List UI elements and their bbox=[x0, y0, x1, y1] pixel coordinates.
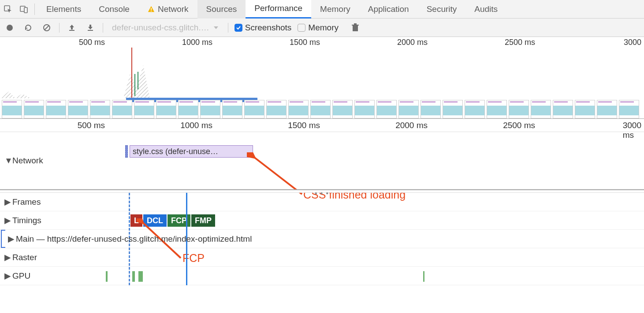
tab-application[interactable]: Application bbox=[359, 0, 418, 18]
filmstrip-thumb[interactable] bbox=[310, 100, 331, 118]
tab-console[interactable]: Console bbox=[90, 0, 138, 18]
tab-elements[interactable]: Elements bbox=[37, 0, 90, 18]
filmstrip-thumb[interactable] bbox=[156, 100, 176, 118]
chevron-down-icon[interactable]: ▼ bbox=[4, 156, 10, 166]
filmstrip[interactable] bbox=[2, 100, 644, 118]
chevron-right-icon[interactable]: ▶ bbox=[8, 234, 13, 244]
detail-ruler: 500 ms 1000 ms 1500 ms 2000 ms 2500 ms 3… bbox=[0, 119, 644, 132]
trash-icon[interactable] bbox=[349, 22, 361, 34]
row-timings[interactable]: ▶ Timings L DCL FCP FMP bbox=[0, 211, 644, 230]
filmstrip-thumb[interactable] bbox=[266, 100, 287, 118]
filmstrip-thumb[interactable] bbox=[68, 100, 88, 118]
filmstrip-thumb[interactable] bbox=[531, 100, 551, 118]
tab-separator bbox=[34, 4, 35, 15]
filmstrip-thumb[interactable] bbox=[178, 100, 198, 118]
chevron-right-icon[interactable]: ▶ bbox=[4, 215, 10, 225]
svg-rect-10 bbox=[353, 26, 358, 31]
tab-security[interactable]: Security bbox=[418, 0, 466, 18]
filmstrip-thumb[interactable] bbox=[376, 100, 397, 118]
svg-rect-12 bbox=[354, 23, 357, 25]
row-timings-label: Timings bbox=[12, 216, 41, 225]
filmstrip-thumb[interactable] bbox=[134, 100, 154, 118]
row-gpu[interactable]: ▶ GPU bbox=[0, 267, 644, 285]
tab-performance[interactable]: Performance bbox=[246, 0, 311, 18]
memory-label: Memory bbox=[308, 23, 339, 33]
timing-badge-dcl[interactable]: DCL bbox=[143, 214, 167, 227]
filmstrip-thumb[interactable] bbox=[2, 100, 22, 118]
timing-badge-fmp[interactable]: FMP bbox=[191, 214, 215, 227]
overview-timeline[interactable]: 500 ms 1000 ms 1500 ms 2000 ms 2500 ms 3… bbox=[0, 37, 644, 119]
download-icon[interactable] bbox=[84, 22, 97, 34]
filmstrip-thumb[interactable] bbox=[244, 100, 264, 118]
filmstrip-thumb[interactable] bbox=[112, 100, 132, 118]
filmstrip-thumb[interactable] bbox=[24, 100, 44, 118]
detail-tick: 1000 ms bbox=[180, 121, 215, 130]
overview-tick: 2500 ms bbox=[505, 38, 538, 47]
filmstrip-thumb[interactable] bbox=[597, 100, 617, 118]
filmstrip-thumb[interactable] bbox=[288, 100, 309, 118]
filmstrip-thumb[interactable] bbox=[465, 100, 485, 118]
clear-icon[interactable] bbox=[41, 22, 53, 34]
overview-marker-red bbox=[131, 48, 132, 100]
checkbox-checked-icon bbox=[235, 24, 242, 32]
filmstrip-thumb[interactable] bbox=[421, 100, 441, 118]
overview-tick: 2000 ms bbox=[397, 38, 430, 47]
recording-dropdown[interactable]: defer-unused-css.glitch.… bbox=[109, 23, 222, 33]
reload-icon[interactable] bbox=[22, 22, 34, 34]
filmstrip-thumb[interactable] bbox=[222, 100, 242, 118]
flame-chart[interactable]: ▶ Frames ▶ Timings L DCL FCP FMP ▶ Main … bbox=[0, 193, 644, 285]
row-frames[interactable]: ▶ Frames bbox=[0, 193, 644, 211]
device-toggle-icon[interactable] bbox=[16, 0, 32, 18]
row-raster[interactable]: ▶ Raster bbox=[0, 248, 644, 267]
upload-icon[interactable] bbox=[66, 22, 78, 34]
timing-badge-load[interactable]: L bbox=[130, 214, 142, 227]
svg-rect-3 bbox=[151, 8, 152, 10]
network-request-bar[interactable]: style.css (defer-unuse… bbox=[130, 145, 253, 158]
filmstrip-thumb[interactable] bbox=[619, 100, 639, 118]
overview-tick: 1500 ms bbox=[290, 38, 323, 47]
tab-network[interactable]: Network bbox=[138, 0, 197, 18]
filmstrip-thumb[interactable] bbox=[509, 100, 529, 118]
filmstrip-thumb[interactable] bbox=[46, 100, 66, 118]
network-request-label: style.css (defer-unuse… bbox=[133, 147, 218, 156]
checkbox-unchecked-icon bbox=[298, 24, 305, 32]
timings-badges: L DCL FCP FMP bbox=[130, 214, 215, 227]
tab-network-label: Network bbox=[158, 4, 189, 14]
filmstrip-thumb[interactable] bbox=[575, 100, 595, 118]
svg-rect-2 bbox=[24, 7, 27, 13]
chevron-right-icon[interactable]: ▶ bbox=[4, 252, 10, 262]
detail-tick: 2000 ms bbox=[395, 121, 430, 130]
svg-line-7 bbox=[45, 26, 49, 30]
detail-tick: 2500 ms bbox=[503, 121, 538, 130]
toolbar-separator bbox=[59, 23, 60, 33]
filmstrip-thumb[interactable] bbox=[398, 100, 419, 118]
svg-rect-9 bbox=[88, 30, 93, 31]
chevron-right-icon[interactable]: ▶ bbox=[4, 197, 10, 207]
row-main[interactable]: ▶ Main — https://defer-unused-css.glitch… bbox=[0, 230, 644, 248]
network-request-pre bbox=[125, 145, 128, 158]
filmstrip-thumb[interactable] bbox=[487, 100, 507, 118]
record-icon[interactable] bbox=[4, 22, 16, 34]
inspect-icon[interactable] bbox=[0, 0, 16, 18]
filmstrip-thumb[interactable] bbox=[553, 100, 573, 118]
filmstrip-thumb[interactable] bbox=[200, 100, 220, 118]
filmstrip-thumb[interactable] bbox=[354, 100, 375, 118]
row-network-label: Network bbox=[12, 156, 43, 166]
chevron-right-icon[interactable]: ▶ bbox=[4, 271, 10, 281]
filmstrip-thumb[interactable] bbox=[332, 100, 353, 118]
detail-tick: 500 ms bbox=[78, 121, 108, 130]
tab-audits[interactable]: Audits bbox=[465, 0, 506, 18]
filmstrip-thumb[interactable] bbox=[443, 100, 463, 118]
filmstrip-thumb[interactable] bbox=[90, 100, 110, 118]
panel-divider[interactable]: ● ● ● bbox=[0, 189, 644, 193]
row-network[interactable]: ▼ Network style.css (defer-unuse… CSS fi… bbox=[0, 132, 644, 189]
screenshots-checkbox[interactable]: Screenshots bbox=[235, 23, 292, 33]
overview-tick: 1000 ms bbox=[182, 38, 215, 47]
tab-memory[interactable]: Memory bbox=[311, 0, 359, 18]
tab-sources[interactable]: Sources bbox=[197, 0, 246, 18]
svg-rect-4 bbox=[151, 11, 152, 11]
memory-checkbox[interactable]: Memory bbox=[298, 23, 339, 33]
overview-tick: 3000 bbox=[624, 38, 644, 47]
toolbar-separator-3 bbox=[228, 23, 228, 33]
gpu-activity bbox=[423, 271, 424, 282]
